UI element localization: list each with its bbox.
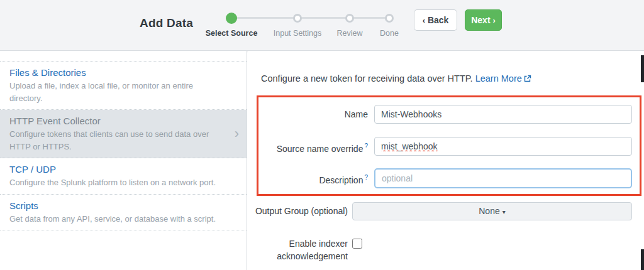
description-input[interactable] xyxy=(374,168,632,188)
step-label-select-source: Select Source xyxy=(206,29,258,38)
sidebar-item-description: Get data from any API, service, or datab… xyxy=(9,213,225,225)
step-dot-select-source xyxy=(226,13,237,24)
description-label-text: Description xyxy=(319,175,363,185)
page-title: Add Data xyxy=(140,16,193,30)
sidebar-item-title: HTTP Event Collector xyxy=(9,116,225,126)
step-dot-review xyxy=(345,14,354,23)
sidebar-item-description: Upload a file, index a local file, or mo… xyxy=(9,80,225,104)
add-data-wizard: Add Data Select Source Input Settings Re… xyxy=(0,0,644,270)
back-button-label: Back xyxy=(428,15,448,25)
back-chevron-icon: ‹ xyxy=(423,16,425,25)
source-override-help-icon[interactable]: ? xyxy=(364,143,368,149)
sidebar-item-files-directories[interactable]: Files & Directories Upload a file, index… xyxy=(0,61,247,110)
back-button[interactable]: ‹ Back xyxy=(414,9,457,31)
sidebar-item-description: Configure the Splunk platform to listen … xyxy=(9,176,225,189)
wizard-stepper: Select Source Input Settings Review Done xyxy=(208,0,415,51)
source-override-label: Source name override? xyxy=(248,137,368,158)
dropdown-caret-icon: ▾ xyxy=(502,208,506,215)
intro-text: Configure a new token for receiving data… xyxy=(261,73,531,84)
source-override-input[interactable] xyxy=(374,137,632,156)
output-group-selected-value: None xyxy=(479,206,499,216)
scrollbar-fragment-bottom[interactable] xyxy=(641,249,644,270)
step-label-review: Review xyxy=(337,29,363,38)
sidebar-item-scripts[interactable]: Scripts Get data from any API, service, … xyxy=(0,195,247,231)
step-dot-done xyxy=(385,14,394,23)
enable-ack-label-line2: acknowledgement xyxy=(248,250,348,262)
step-label-input-settings: Input Settings xyxy=(274,29,321,38)
step-label-done: Done xyxy=(380,29,399,38)
next-button-label: Next xyxy=(471,15,490,25)
output-group-dropdown[interactable]: None▾ xyxy=(352,202,632,220)
intro-sentence: Configure a new token for receiving data… xyxy=(261,73,473,84)
scrollbar-fragment-top[interactable] xyxy=(641,55,644,82)
stepper-connector-line xyxy=(231,17,389,19)
wizard-header: Add Data Select Source Input Settings Re… xyxy=(0,0,644,51)
source-override-label-text: Source name override xyxy=(277,144,364,154)
token-config-panel: Configure a new token for receiving data… xyxy=(248,51,644,270)
sidebar-item-http-event-collector[interactable]: HTTP Event Collector Configure tokens th… xyxy=(0,110,247,158)
next-chevron-icon: › xyxy=(492,16,495,25)
enable-ack-checkbox[interactable] xyxy=(352,239,362,249)
sidebar-item-title: TCP / UDP xyxy=(9,164,225,175)
chevron-right-icon: › xyxy=(235,127,239,141)
name-label: Name xyxy=(248,105,368,124)
name-input[interactable] xyxy=(374,105,632,124)
enable-ack-label-line1: Enable indexer xyxy=(248,237,348,250)
external-link-icon xyxy=(524,74,531,84)
sidebar-item-title: Files & Directories xyxy=(9,67,225,78)
description-help-icon[interactable]: ? xyxy=(364,174,368,181)
sidebar-item-tcp-udp[interactable]: TCP / UDP Configure the Splunk platform … xyxy=(0,158,247,195)
learn-more-link[interactable]: Learn More xyxy=(475,73,522,84)
output-group-label: Output Group (optional) xyxy=(248,202,348,220)
next-button[interactable]: Next › xyxy=(465,9,502,31)
sidebar-item-title: Scripts xyxy=(9,200,225,211)
description-label: Description? xyxy=(248,168,368,190)
step-dot-input-settings xyxy=(293,14,302,23)
sidebar-item-description: Configure tokens that clients can use to… xyxy=(9,128,225,153)
enable-ack-label: Enable indexer acknowledgement xyxy=(248,237,348,262)
source-type-sidebar: Files & Directories Upload a file, index… xyxy=(0,51,247,270)
